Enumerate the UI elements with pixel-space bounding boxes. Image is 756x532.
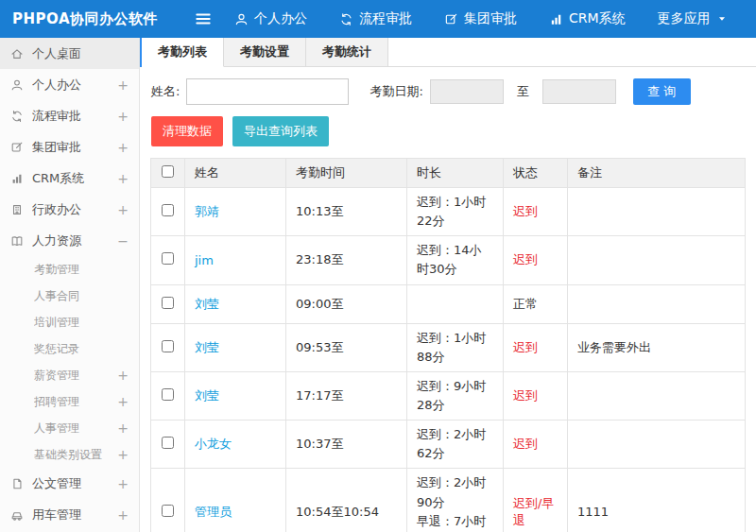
row-checkbox[interactable] xyxy=(162,505,174,517)
tab-label: 考勤设置 xyxy=(240,43,289,60)
top-nav-item[interactable]: 个人办公 xyxy=(234,10,307,27)
col-header-status: 状态 xyxy=(504,159,568,188)
sidebar-item[interactable]: 集团审批+ xyxy=(0,131,139,163)
expand-toggle-icon[interactable]: + xyxy=(117,203,129,216)
note-text: 业务需要外出 xyxy=(568,323,746,371)
nav-item-label: 个人办公 xyxy=(254,10,307,27)
table-header-row: 姓名 考勤时间 时长 状态 备注 xyxy=(151,159,746,188)
sidebar-subitem[interactable]: 培训管理 xyxy=(0,309,139,335)
row-checkbox[interactable] xyxy=(162,297,174,309)
chart-icon xyxy=(549,12,563,26)
row-checkbox[interactable] xyxy=(162,252,174,265)
row-checkbox[interactable] xyxy=(162,437,174,449)
row-checkbox[interactable] xyxy=(162,388,174,401)
sidebar-item-label: 行政办公 xyxy=(32,201,117,218)
sidebar-subitem-label: 培训管理 xyxy=(34,315,129,331)
employee-name-link[interactable]: 刘莹 xyxy=(195,297,219,311)
tab-label: 考勤列表 xyxy=(158,43,207,60)
duration-text: 迟到：1小时22分 xyxy=(407,188,504,236)
sidebar-item-label: 个人桌面 xyxy=(32,45,129,62)
sidebar-item-label: 集团审批 xyxy=(32,139,117,156)
sidebar-subitem-label: 基础类别设置 xyxy=(34,447,117,463)
top-nav: 个人办公流程审批集团审批CRM系统更多应用 xyxy=(234,10,756,27)
row-checkbox[interactable] xyxy=(162,204,174,216)
sidebar-item[interactable]: 个人办公+ xyxy=(0,69,139,100)
sidebar-subitem[interactable]: 薪资管理+ xyxy=(0,362,139,388)
clean-data-button[interactable]: 清理数据 xyxy=(151,116,223,146)
filter-bar: 姓名: 考勤日期: 至 查 询 xyxy=(140,67,756,113)
employee-name-link[interactable]: 小龙女 xyxy=(195,437,232,451)
top-nav-item[interactable]: CRM系统 xyxy=(549,10,626,27)
attendance-table: 姓名 考勤时间 时长 状态 备注 郭靖 10:13至 迟到：1小时22分 迟到 … xyxy=(150,158,746,532)
sidebar-subitem[interactable]: 考勤管理 xyxy=(0,256,139,283)
tab-attendance-stats[interactable]: 考勤统计 xyxy=(306,38,388,66)
row-checkbox[interactable] xyxy=(162,340,174,352)
sidebar-subitem-label: 奖惩记录 xyxy=(34,341,129,357)
sidebar-item[interactable]: 公文管理+ xyxy=(0,468,139,499)
note-text: 1111 xyxy=(568,469,746,532)
top-nav-item[interactable]: 更多应用 xyxy=(658,10,728,27)
main-content: 考勤列表考勤设置考勤统计 姓名: 考勤日期: 至 查 询 清理数据 导出查询列表 xyxy=(140,38,756,532)
expand-toggle-icon[interactable]: + xyxy=(117,78,129,92)
expand-toggle-icon[interactable]: + xyxy=(117,369,129,382)
status-text: 迟到 xyxy=(513,340,538,354)
sidebar-item[interactable]: CRM系统+ xyxy=(0,163,139,194)
sidebar-subitem[interactable]: 人事管理+ xyxy=(0,415,139,441)
date-to-input[interactable] xyxy=(542,79,616,104)
col-header-time: 考勤时间 xyxy=(286,159,407,188)
employee-name-link[interactable]: 郭靖 xyxy=(195,204,219,218)
sidebar-subitem[interactable]: 人事合同 xyxy=(0,283,139,309)
expand-toggle-icon[interactable]: + xyxy=(117,172,129,185)
sidebar-item[interactable]: 用车管理+ xyxy=(0,499,139,530)
status-text: 迟到 xyxy=(513,437,538,451)
export-list-button[interactable]: 导出查询列表 xyxy=(232,116,329,146)
tab-attendance-settings[interactable]: 考勤设置 xyxy=(224,38,306,66)
expand-toggle-icon[interactable]: + xyxy=(117,477,129,490)
expand-toggle-icon[interactable]: + xyxy=(117,421,129,435)
sidebar-item-label: 人力资源 xyxy=(32,232,117,249)
top-nav-item[interactable]: 流程审批 xyxy=(339,10,412,27)
expand-toggle-icon[interactable]: + xyxy=(117,448,129,461)
tab-strip: 考勤列表考勤设置考勤统计 xyxy=(140,38,756,67)
search-button[interactable]: 查 询 xyxy=(633,78,691,105)
name-filter-input[interactable] xyxy=(186,78,349,105)
note-text xyxy=(568,188,746,236)
flow-icon xyxy=(339,12,353,26)
expand-toggle-icon[interactable]: + xyxy=(117,141,129,154)
menu-toggle-button[interactable] xyxy=(195,10,212,27)
sidebar-item[interactable]: 行政办公+ xyxy=(0,194,139,225)
select-all-checkbox[interactable] xyxy=(162,165,174,178)
expand-toggle-icon[interactable]: + xyxy=(117,395,129,408)
duration-text: 迟到：2小时62分 xyxy=(407,420,504,469)
expand-toggle-icon[interactable]: + xyxy=(117,110,129,123)
top-nav-item[interactable]: 集团审批 xyxy=(444,10,517,27)
nav-item-label: 集团审批 xyxy=(464,10,517,27)
tab-attendance-list[interactable]: 考勤列表 xyxy=(142,38,224,67)
sidebar-item[interactable]: 人力资源− xyxy=(0,225,139,256)
sidebar-subitem[interactable]: 招聘管理+ xyxy=(0,388,139,415)
employee-name-link[interactable]: jim xyxy=(195,253,214,267)
expand-toggle-icon[interactable]: + xyxy=(117,508,129,522)
employee-name-link[interactable]: 刘莹 xyxy=(195,388,219,403)
date-from-input[interactable] xyxy=(430,79,504,104)
note-text xyxy=(568,284,746,323)
employee-name-link[interactable]: 管理员 xyxy=(195,505,232,519)
sidebar-subitem[interactable]: 奖惩记录 xyxy=(0,335,139,362)
sidebar-item[interactable]: 流程审批+ xyxy=(0,100,139,131)
sidebar-item-label: 公文管理 xyxy=(32,475,117,492)
sidebar-subitem[interactable]: 基础类别设置+ xyxy=(0,441,139,468)
action-bar: 清理数据 导出查询列表 xyxy=(140,113,756,158)
top-header: PHPOA协同办公软件 个人办公流程审批集团审批CRM系统更多应用 xyxy=(0,0,756,38)
attendance-time: 23:18至 xyxy=(286,236,407,284)
duration-text: 迟到：9小时28分 xyxy=(407,371,504,420)
nav-item-label: CRM系统 xyxy=(569,10,626,27)
note-text xyxy=(568,236,746,284)
employee-name-link[interactable]: 刘莹 xyxy=(195,340,219,354)
sidebar-item-label: 个人办公 xyxy=(32,77,117,94)
user-icon xyxy=(10,78,24,92)
expand-toggle-icon[interactable]: − xyxy=(117,234,129,248)
sidebar-item[interactable]: 个人桌面 xyxy=(0,38,139,69)
sidebar-subitem-label: 薪资管理 xyxy=(34,368,117,384)
note-text xyxy=(568,371,746,420)
flow-icon xyxy=(10,110,24,123)
